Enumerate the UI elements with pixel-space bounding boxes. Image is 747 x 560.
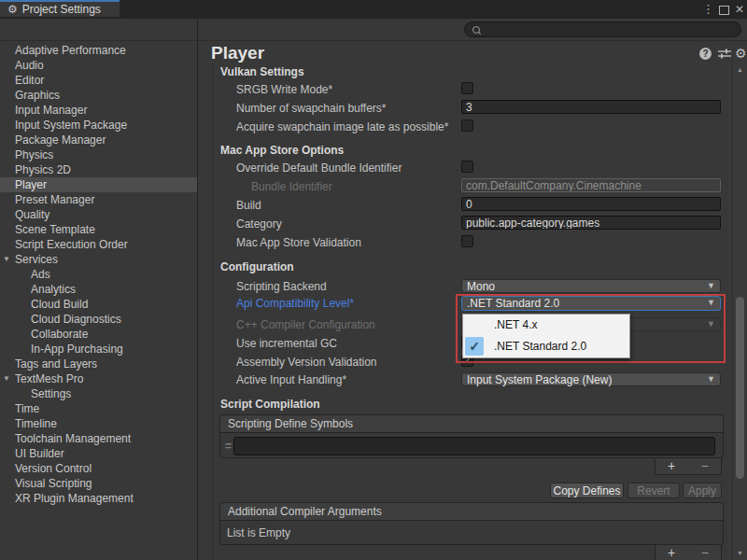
gear-icon[interactable]: ⚙ [735,46,747,61]
field-label-assembly-version-validation: Assembly Version Validation [236,356,377,369]
sidebar-item-label: Input System Package [15,119,127,132]
field-label-use-incremental-gc: Use incremental GC [236,337,337,350]
sidebar-item-label: Settings [31,387,71,400]
scrollbar-thumb[interactable] [736,297,744,479]
dropdown-value: .NET Standard 2.0 [467,297,559,310]
field-label-srgb-write-mode: SRGB Write Mode* [236,83,332,96]
sidebar-item-ads[interactable]: Ads [0,267,197,282]
sidebar-item-cloud-diagnostics[interactable]: Cloud Diagnostics [0,312,197,327]
sidebar-item-editor[interactable]: Editor [0,73,197,88]
sidebar-item-adaptive-performance[interactable]: Adaptive Performance [0,43,197,58]
sidebar-item-textmesh-pro[interactable]: ▼TextMesh Pro [0,371,197,386]
sidebar-item-quality[interactable]: Quality [0,207,197,222]
player-settings-panel: Player ? ⚙ Vulkan Settings SRGB Write Mo… [198,41,747,560]
tab-title: Project Settings [22,3,101,16]
sidebar-item-player[interactable]: Player [0,177,197,192]
sidebar-item-label: Package Manager [15,133,106,147]
copy-defines-button[interactable]: Copy Defines [550,483,624,498]
search-input[interactable] [486,23,737,37]
checkbox-mac-app-store-validation[interactable]: ✓ [461,235,473,247]
presets-icon[interactable] [718,49,731,62]
sidebar-item-analytics[interactable]: Analytics [0,282,197,297]
sidebar-item-preset-manager[interactable]: Preset Manager [0,192,197,207]
sidebar-item-ui-builder[interactable]: UI Builder [0,446,197,461]
remove-item-button[interactable]: − [701,458,709,473]
sidebar-item-collaborate[interactable]: Collaborate [0,327,197,342]
sidebar-item-visual-scripting[interactable]: Visual Scripting [0,476,197,491]
project-settings-window: ⚙ Project Settings ⋮ ✕ Adaptive Performa… [0,0,747,560]
sidebar-item-label: Analytics [31,283,76,296]
toolbar [0,19,747,41]
revert-button: Revert [627,483,680,498]
input-build[interactable] [461,197,721,211]
sidebar-item-label: Visual Scripting [15,477,92,490]
maximize-icon[interactable] [719,6,729,15]
settings-list: Adaptive Performance Audio Editor Graphi… [0,43,197,506]
sidebar-item-physics[interactable]: Physics [0,147,197,162]
dropdown-option-net-standard-20[interactable]: ✓ .NET Standard 2.0 [463,336,629,357]
checkbox-acquire-swapchain[interactable]: ✓ [461,119,473,132]
sidebar-item-label: In-App Purchasing [31,343,123,356]
dropdown-option-net-4x[interactable]: .NET 4.x [463,315,629,336]
chevron-down-icon: ▼ [707,297,715,309]
sidebar-item-timeline[interactable]: Timeline [0,416,197,431]
sidebar-item-xr-plugin-management[interactable]: XR Plugin Management [0,491,197,506]
sidebar-item-time[interactable]: Time [0,401,197,416]
additional-compiler-arguments-header: Additional Compiler Arguments [220,503,723,521]
field-label-override-bundle-id: Override Default Bundle Identifier [236,161,402,175]
dropdown-api-compatibility-level[interactable]: .NET Standard 2.0 ▼ [461,296,721,311]
dropdown-active-input-handling[interactable]: Input System Package (New) ▼ [461,372,721,386]
field-label-bundle-identifier: Bundle Identifier [251,180,332,193]
tab-strip: ⚙ Project Settings ⋮ ✕ [0,0,747,19]
sidebar-item-label: Graphics [15,89,60,102]
sidebar-item-package-manager[interactable]: Package Manager [0,133,197,147]
drag-handle-icon[interactable]: = [225,440,232,453]
input-bundle-identifier [461,178,721,192]
settings-sidebar: Adaptive Performance Audio Editor Graphi… [0,41,197,560]
sidebar-item-toolchain-management[interactable]: Toolchain Management [0,431,197,446]
section-header-mac-app-store: Mac App Store Options [220,144,344,157]
scroll-up-icon[interactable]: ▲ [733,66,747,73]
sidebar-item-in-app-purchasing[interactable]: In-App Purchasing [0,342,197,357]
sidebar-item-physics-2d[interactable]: Physics 2D [0,162,197,177]
help-icon[interactable]: ? [699,48,712,60]
sidebar-item-script-execution-order[interactable]: Script Execution Order [0,237,197,252]
window-menu-icon[interactable]: ⋮ [702,2,713,17]
checkbox-override-bundle-id[interactable]: ✓ [461,161,473,173]
sidebar-item-scene-template[interactable]: Scene Template [0,222,197,237]
input-swapchain-buffers[interactable] [461,100,721,114]
foldout-icon[interactable]: ▼ [3,252,10,267]
sidebar-item-label: XR Plugin Management [15,492,134,505]
chevron-down-icon: ▼ [707,280,715,292]
sidebar-item-services[interactable]: ▼Services [0,252,197,267]
tab-project-settings[interactable]: ⚙ Project Settings [0,0,120,17]
sidebar-item-tmp-settings[interactable]: Settings [0,386,197,401]
dropdown-scripting-backend[interactable]: Mono ▼ [461,279,721,293]
define-symbol-input[interactable] [233,437,715,455]
check-icon: ✓ [465,337,484,356]
add-item-button[interactable]: + [668,545,675,560]
sidebar-item-version-control[interactable]: Version Control [0,461,197,476]
section-header-configuration: Configuration [220,260,294,273]
sidebar-item-label: Input Manager [15,104,87,117]
close-icon[interactable]: ✕ [734,2,745,17]
remove-item-button[interactable]: − [701,545,709,560]
sidebar-item-input-system-package[interactable]: Input System Package [0,118,197,133]
sidebar-item-label: Editor [15,74,44,87]
sidebar-item-label: Time [15,402,39,415]
sidebar-item-audio[interactable]: Audio [0,58,197,73]
foldout-icon[interactable]: ▼ [3,371,10,386]
sidebar-item-cloud-build[interactable]: Cloud Build [0,297,197,312]
section-header-vulkan: Vulkan Settings [220,65,304,78]
field-label-api-compatibility-level: Api Compatibility Level* [236,297,354,310]
input-category[interactable] [461,216,721,230]
checkbox-srgb-write-mode[interactable]: ✓ [461,82,473,94]
scroll-down-icon[interactable]: ▼ [733,550,747,556]
sidebar-item-label: Scene Template [15,223,95,236]
list-footer: + − [655,458,722,475]
sidebar-item-input-manager[interactable]: Input Manager [0,103,197,118]
sidebar-item-graphics[interactable]: Graphics [0,88,197,103]
add-item-button[interactable]: + [668,458,675,473]
sidebar-item-tags-and-layers[interactable]: Tags and Layers [0,357,197,371]
list-footer: + − [655,545,722,560]
